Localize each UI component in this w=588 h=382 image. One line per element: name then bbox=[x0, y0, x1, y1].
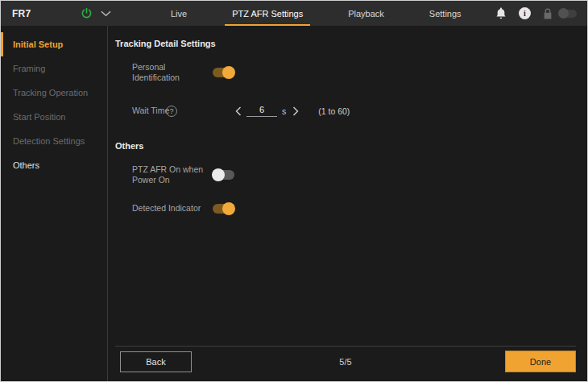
device-name: FR7 bbox=[12, 8, 31, 19]
section-title-tracking-detail: Tracking Detail Settings bbox=[115, 39, 576, 48]
detected-indicator-toggle[interactable] bbox=[213, 204, 234, 214]
info-icon[interactable]: i bbox=[519, 7, 531, 19]
sidebar-item-tracking-operation[interactable]: Tracking Operation bbox=[1, 81, 107, 105]
chevron-down-icon[interactable] bbox=[101, 10, 111, 17]
sidebar-item-initial-setup[interactable]: Initial Setup bbox=[1, 32, 107, 56]
detected-indicator-label: Detected Indicator bbox=[132, 203, 213, 214]
wait-time-stepper: s bbox=[234, 105, 300, 117]
personal-identification-toggle[interactable] bbox=[213, 68, 234, 77]
main-tabs: Live PTZ AFR Settings Playback Settings bbox=[164, 1, 469, 26]
sidebar-item-start-position[interactable]: Start Position bbox=[1, 105, 107, 129]
wait-time-row: Wait Time ? s (1 to 60) bbox=[132, 105, 576, 117]
top-right-icons: i bbox=[495, 1, 577, 26]
ptz-afr-power-toggle[interactable] bbox=[213, 170, 234, 180]
tab-settings[interactable]: Settings bbox=[422, 1, 469, 26]
help-icon[interactable]: ? bbox=[166, 106, 177, 117]
toggle-knob bbox=[222, 66, 235, 79]
back-button[interactable]: Back bbox=[120, 351, 192, 372]
increment-button[interactable] bbox=[291, 106, 300, 116]
detected-indicator-row: Detected Indicator bbox=[132, 203, 576, 214]
screen-lock-group bbox=[543, 8, 577, 19]
personal-identification-row: Personal Identification bbox=[132, 62, 576, 83]
lock-toggle[interactable] bbox=[559, 10, 577, 18]
body: Initial Setup Framing Tracking Operation… bbox=[1, 26, 587, 381]
wait-time-unit: s bbox=[282, 106, 286, 116]
tab-ptz-afr-settings[interactable]: PTZ AFR Settings bbox=[225, 1, 310, 26]
top-bar: FR7 Live PTZ AFR Settings Playback Setti… bbox=[1, 1, 587, 26]
footer-bar: Back 5/5 Done bbox=[115, 346, 576, 381]
wait-time-input[interactable] bbox=[246, 105, 277, 117]
sidebar: Initial Setup Framing Tracking Operation… bbox=[1, 26, 108, 381]
fr7-settings-window: FR7 Live PTZ AFR Settings Playback Setti… bbox=[0, 0, 588, 382]
brand-group: FR7 bbox=[12, 1, 110, 26]
toggle-knob bbox=[222, 202, 235, 215]
section-title-others: Others bbox=[115, 141, 576, 151]
bell-icon[interactable] bbox=[495, 7, 507, 19]
tab-live[interactable]: Live bbox=[164, 1, 194, 26]
sidebar-item-others[interactable]: Others bbox=[1, 153, 107, 177]
tab-playback[interactable]: Playback bbox=[341, 1, 391, 26]
sidebar-item-detection-settings[interactable]: Detection Settings bbox=[1, 129, 107, 153]
lock-toggle-knob bbox=[558, 8, 569, 19]
power-icon[interactable] bbox=[81, 7, 93, 19]
toggle-knob bbox=[212, 168, 225, 181]
ptz-afr-power-label: PTZ AFR On when Power On bbox=[132, 164, 213, 185]
decrement-button[interactable] bbox=[234, 106, 243, 116]
page-indicator: 5/5 bbox=[339, 357, 351, 367]
ptz-afr-power-row: PTZ AFR On when Power On bbox=[132, 164, 576, 185]
personal-identification-label: Personal Identification bbox=[132, 62, 213, 83]
lock-icon bbox=[543, 8, 553, 19]
done-button[interactable]: Done bbox=[505, 351, 576, 372]
main-panel: Tracking Detail Settings Personal Identi… bbox=[108, 26, 587, 381]
wait-time-range: (1 to 60) bbox=[318, 106, 350, 116]
sidebar-item-framing[interactable]: Framing bbox=[1, 56, 107, 81]
